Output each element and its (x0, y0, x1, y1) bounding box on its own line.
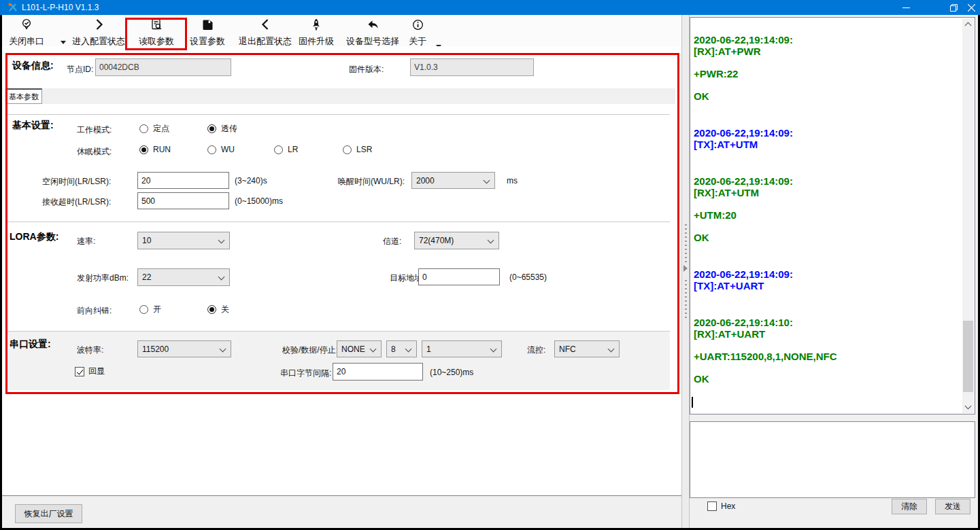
log-content: 2020-06-22,19:14:09: [RX]:AT+PWR +PWR:22… (694, 34, 961, 395)
radio-fec-on[interactable]: 开 (139, 304, 161, 315)
firmware-version-field[interactable] (410, 58, 534, 76)
channel-value: 72(470M) (419, 236, 454, 245)
rx-timeout-label: 接收超时(LR/LSR): (42, 196, 111, 208)
wake-time-label: 唤醒时间(WU/LR): (338, 176, 405, 188)
baud-label: 波特率: (77, 344, 103, 356)
data-bits-select[interactable]: 8 (386, 340, 417, 357)
scroll-down-icon[interactable] (962, 402, 974, 413)
radio-sleep-lsr[interactable]: LSR (343, 145, 372, 154)
panel-splitter[interactable] (681, 15, 690, 528)
radio-work-mode-transparent[interactable]: 透传 (207, 123, 237, 135)
radio-icon (207, 145, 216, 154)
target-address-field[interactable] (418, 268, 500, 285)
pin-check-icon (20, 18, 33, 31)
node-id-field[interactable] (95, 58, 231, 76)
radio-work-mode-fixed[interactable]: 定点 (139, 123, 169, 135)
hex-checkbox[interactable]: Hex (707, 501, 735, 511)
toolbar-button-device-model[interactable]: 设备型号选择 (346, 16, 399, 46)
toolbar-button-close-serial[interactable]: 关闭串口 (9, 16, 44, 46)
echo-checkbox[interactable]: 回显 (75, 366, 105, 377)
data-bits-value: 8 (391, 344, 396, 354)
tab-basic-params[interactable]: 基本参数 (5, 88, 42, 104)
tx-power-value: 22 (142, 272, 151, 282)
rate-label: 速率: (77, 236, 95, 247)
radio-icon (274, 145, 283, 154)
toolbar-button-read-params[interactable]: 读取参数 (139, 16, 174, 46)
idle-time-range: (3~240)s (235, 176, 267, 186)
flow-control-select[interactable]: NFC (554, 340, 620, 357)
chevron-down-icon[interactable] (61, 41, 66, 44)
toolbar-button-firmware-upgrade[interactable]: 固件升级 (299, 16, 334, 46)
toolbar-button-exit-config[interactable]: 退出配置状态 (239, 16, 292, 46)
scroll-up-icon[interactable] (962, 18, 974, 30)
window-title: L101-L-P-H10 V1.1.3 (22, 3, 99, 12)
node-id-label: 节点ID: (67, 64, 93, 75)
radio-sleep-lr[interactable]: LR (274, 145, 298, 154)
text-cursor (692, 397, 693, 408)
log-entry: OK (694, 232, 961, 243)
serial-section-label: 串口设置: (10, 338, 51, 351)
rx-timeout-field[interactable] (137, 192, 229, 209)
rate-select[interactable]: 10 (137, 232, 230, 249)
stop-bits-select[interactable]: 1 (422, 340, 502, 357)
toolbar-button-about[interactable]: 关于 (409, 16, 426, 46)
toolbar-button-label: 退出配置状态 (239, 37, 292, 46)
radio-icon (139, 124, 148, 133)
scrollbar-thumb[interactable] (963, 321, 973, 392)
log-entry: 2020-06-22,19:14:09: [RX]:AT+PWR (694, 34, 961, 57)
minimize-button[interactable] (892, 0, 919, 15)
log-entry: 2020-06-22,19:14:09: [RX]:AT+UTM (694, 161, 961, 198)
baud-select[interactable]: 115200 (137, 340, 231, 357)
chevron-down-icon (220, 346, 226, 353)
divider (7, 222, 670, 222)
log-output[interactable]: 2020-06-22,19:14:09: [RX]:AT+PWR +PWR:22… (690, 17, 975, 414)
rate-value: 10 (142, 236, 151, 245)
tx-power-select[interactable]: 22 (137, 268, 230, 286)
send-input[interactable] (690, 421, 975, 498)
chevron-left-icon (261, 18, 270, 31)
radio-fec-off[interactable]: 关 (207, 304, 229, 315)
document-search-icon (150, 18, 163, 31)
footer-bar (2, 495, 681, 528)
radio-sleep-run[interactable]: RUN (139, 145, 171, 154)
close-button[interactable] (962, 0, 980, 15)
log-scrollbar[interactable] (962, 18, 974, 413)
wake-time-value: 2000 (416, 176, 435, 186)
divider (7, 114, 670, 115)
hex-label: Hex (721, 501, 735, 511)
log-entry: +UTM:20 (694, 209, 961, 221)
send-button[interactable]: 发送 (935, 499, 970, 514)
toolbar-button-label: 设备型号选择 (346, 37, 399, 46)
factory-reset-button[interactable]: 恢复出厂设置 (15, 504, 82, 523)
clear-button[interactable]: 清除 (892, 499, 927, 514)
log-entry: +PWR:22 (694, 68, 961, 80)
channel-select[interactable]: 72(470M) (414, 232, 499, 249)
flow-control-value: NFC (559, 344, 576, 354)
work-mode-label: 工作模式: (77, 124, 112, 136)
toolbar-button-enter-config[interactable]: 进入配置状态 (72, 16, 125, 46)
radio-label: LR (288, 145, 298, 154)
log-entry: OK (694, 373, 961, 385)
save-icon (202, 18, 214, 31)
rx-timeout-range: (0~15000)ms (235, 196, 283, 206)
chevron-down-icon (405, 346, 412, 353)
parity-select[interactable]: NONE (337, 340, 382, 357)
parity-data-stop-label: 校验/数据/停止: (282, 344, 338, 356)
splitter-collapse-icon[interactable] (683, 265, 688, 272)
splitter-grip (685, 280, 687, 321)
basic-settings-section-label: 基本设置: (12, 120, 54, 132)
byte-interval-label: 串口字节间隔: (280, 368, 331, 379)
checkbox-icon (75, 367, 84, 376)
radio-icon (139, 305, 148, 314)
radio-sleep-wu[interactable]: WU (207, 145, 235, 154)
log-entry: 2020-06-22,19:14:09: [TX]:AT+UTM (694, 113, 961, 150)
chevron-down-icon (488, 237, 494, 244)
lora-section-label: LORA参数: (10, 231, 58, 243)
radio-label: 关 (221, 304, 229, 315)
tab-strip (5, 88, 675, 104)
toolbar-button-set-params[interactable]: 设置参数 (190, 16, 225, 46)
wake-time-select[interactable]: 2000 (411, 172, 495, 189)
byte-interval-field[interactable] (333, 363, 423, 381)
toolbar-button-label: 固件升级 (299, 37, 334, 46)
idle-time-field[interactable] (137, 172, 229, 189)
